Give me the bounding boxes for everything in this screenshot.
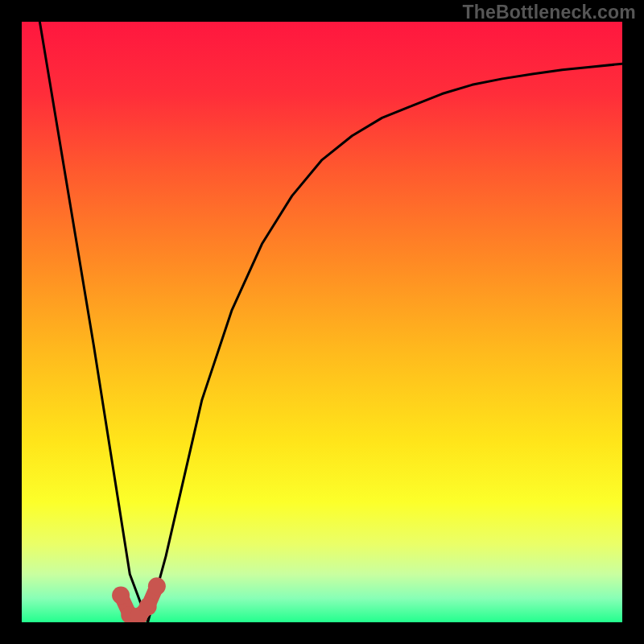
- bottleneck-chart-svg: [0, 0, 644, 644]
- attribution-text: TheBottleneck.com: [462, 2, 636, 23]
- gradient-plot-area: [22, 22, 622, 622]
- selected-point-d: [139, 598, 157, 616]
- selected-point-e: [148, 577, 166, 595]
- selected-point-a: [112, 586, 130, 604]
- chart-stage: TheBottleneck.com: [0, 0, 644, 644]
